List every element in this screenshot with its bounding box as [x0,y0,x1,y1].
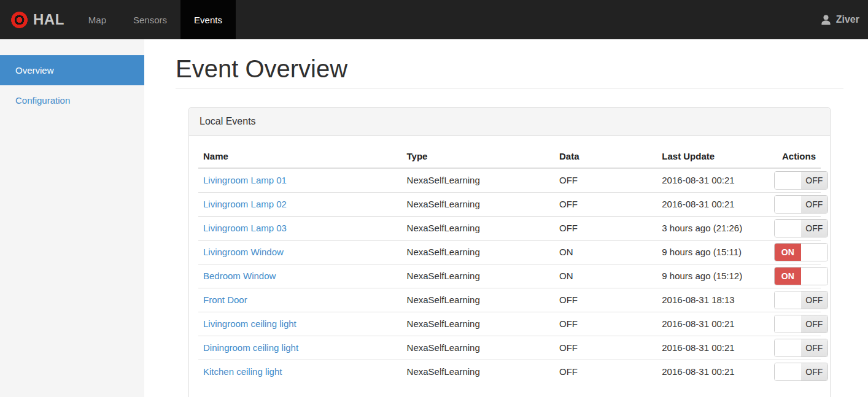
event-name-cell: Bedroom Window [198,264,402,288]
nav-item-events-label: Events [194,15,222,25]
event-type-cell: NexaSelfLearning [402,192,554,216]
event-name-link[interactable]: Livingroom Lamp 03 [203,223,287,233]
page-layout: Overview Configuration Event Overview Lo… [0,39,868,397]
username-label: Ziver [836,14,859,25]
toggle-off-label: OFF [801,172,827,189]
toggle-off-label: OFF [801,315,827,333]
event-data-cell: OFF [554,192,657,216]
toggle-off-label: OFF [801,220,827,237]
event-name-link[interactable]: Livingroom Lamp 02 [203,199,287,209]
event-name-link[interactable]: Diningroom ceiling light [203,342,298,353]
event-name-cell: Kitchen ceiling light [198,360,402,384]
local-events-panel: Local Events Name Type Data [188,107,831,397]
table-row: Front Door NexaSelfLearning OFF 2016-08-… [198,288,821,312]
toggle-knob [801,268,827,285]
event-actions-cell: ON OFF [769,192,821,216]
table-row: Livingroom Lamp 03 NexaSelfLearning OFF … [198,216,821,240]
sidebar-item-overview[interactable]: Overview [0,55,144,85]
event-data-cell: OFF [554,216,657,240]
column-header-last-update: Last Update [657,151,769,168]
sidebar-item-configuration[interactable]: Configuration [0,85,144,115]
sidebar-item-overview-label: Overview [15,65,54,75]
table-header-row: Name Type Data Last Update Actions [198,151,821,168]
events-table: Name Type Data Last Update Actions Livin… [198,151,821,384]
nav-item-map[interactable]: Map [75,0,120,39]
event-name-link[interactable]: Kitchen ceiling light [203,366,282,377]
event-last-update-cell: 2016-08-31 00:21 [657,360,769,384]
main-content: Event Overview Local Events Name [144,39,868,397]
event-name-cell: Livingroom Lamp 01 [198,168,402,192]
table-row: Livingroom Lamp 02 NexaSelfLearning OFF … [198,192,821,216]
toggle-on-label: ON [775,268,801,285]
event-data-cell: ON [554,240,657,264]
nav-item-sensors[interactable]: Sensors [120,0,180,39]
event-data-cell: OFF [554,168,657,192]
event-name-cell: Livingroom Lamp 02 [198,192,402,216]
event-type-cell: NexaSelfLearning [402,312,554,336]
table-row: Bedroom Window NexaSelfLearning ON 9 hou… [198,264,821,288]
event-name-cell: Livingroom Lamp 03 [198,216,402,240]
event-type-cell: NexaSelfLearning [402,264,554,288]
brand-label: HAL [33,11,64,28]
event-data-cell: ON [554,264,657,288]
user-menu[interactable]: Ziver [820,0,868,39]
toggle-switch[interactable]: ON OFF [774,291,828,309]
column-header-actions: Actions [769,151,821,168]
event-data-cell: OFF [554,312,657,336]
column-header-data: Data [554,151,657,168]
event-data-cell: OFF [554,360,657,384]
toggle-switch[interactable]: ON OFF [774,339,828,357]
toggle-switch[interactable]: ON OFF [774,363,828,381]
nav-item-events[interactable]: Events [180,0,236,39]
toggle-switch[interactable]: ON OFF [774,219,828,237]
event-name-link[interactable]: Bedroom Window [203,271,276,281]
top-navbar: HAL Map Sensors Events Ziver [0,0,868,39]
panel-body: Name Type Data Last Update Actions Livin… [189,136,830,393]
event-last-update-cell: 2016-08-31 00:21 [657,192,769,216]
event-name-link[interactable]: Livingroom Window [203,247,284,257]
page-title: Event Overview [176,55,843,89]
toggle-off-label: OFF [801,339,827,357]
column-header-name: Name [198,151,402,168]
nav-item-sensors-label: Sensors [133,15,167,25]
brand[interactable]: HAL [0,0,75,39]
toggle-switch[interactable]: ON OFF [774,315,828,333]
event-data-cell: OFF [554,336,657,360]
event-name-cell: Front Door [198,288,402,312]
event-last-update-cell: 9 hours ago (15:11) [657,240,769,264]
toggle-on-label: ON [775,244,801,261]
event-type-cell: NexaSelfLearning [402,240,554,264]
panel-heading: Local Events [189,108,830,136]
toggle-switch[interactable]: ON OFF [774,243,828,261]
event-name-link[interactable]: Livingroom Lamp 01 [203,175,287,185]
toggle-knob [775,196,801,213]
column-header-type: Type [402,151,554,168]
event-name-cell: Livingroom Window [198,240,402,264]
toggle-switch[interactable]: ON OFF [774,171,828,190]
event-type-cell: NexaSelfLearning [402,216,554,240]
event-last-update-cell: 9 hours ago (15:12) [657,264,769,288]
event-last-update-cell: 2016-08-31 00:21 [657,168,769,192]
toggle-knob [775,315,801,333]
toggle-knob [775,220,801,237]
event-actions-cell: ON OFF [769,240,821,264]
toggle-knob [775,291,801,309]
toggle-switch[interactable]: ON OFF [774,195,828,214]
event-name-link[interactable]: Front Door [203,295,247,305]
table-row: Livingroom Lamp 01 NexaSelfLearning OFF … [198,168,821,192]
toggle-knob [775,172,801,189]
main-nav: Map Sensors Events [75,0,236,39]
event-type-cell: NexaSelfLearning [402,336,554,360]
event-last-update-cell: 3 hours ago (21:26) [657,216,769,240]
sidebar: Overview Configuration [0,39,144,397]
event-actions-cell: ON OFF [769,168,821,192]
event-name-cell: Diningroom ceiling light [198,336,402,360]
event-name-link[interactable]: Livingroom ceiling light [203,318,296,329]
event-type-cell: NexaSelfLearning [402,360,554,384]
event-name-cell: Livingroom ceiling light [198,312,402,336]
toggle-switch[interactable]: ON OFF [774,267,828,285]
table-row: Livingroom ceiling light NexaSelfLearnin… [198,312,821,336]
table-row: Kitchen ceiling light NexaSelfLearning O… [198,360,821,384]
table-row: Livingroom Window NexaSelfLearning ON 9 … [198,240,821,264]
event-actions-cell: ON OFF [769,312,821,336]
